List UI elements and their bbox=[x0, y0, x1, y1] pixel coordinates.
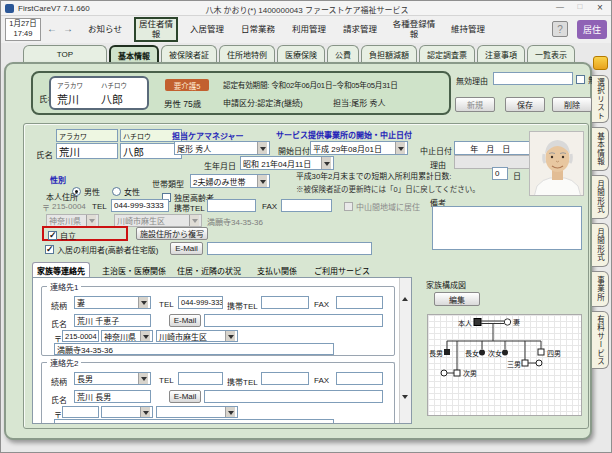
minimize-button[interactable]: — bbox=[551, 2, 569, 11]
right-tab-paid-services[interactable]: 有料サービス bbox=[592, 311, 609, 369]
nav-item-resident-info[interactable]: 居住者情報 bbox=[134, 17, 178, 43]
nav-item-seikyu[interactable]: 請求管理 bbox=[338, 25, 382, 35]
email-button[interactable]: E-Mail bbox=[170, 242, 203, 255]
mountain-area-label: 中山間地域に居住 bbox=[356, 201, 420, 212]
contact-name-field[interactable]: 荒川 長男 bbox=[74, 390, 151, 403]
email-button[interactable]: E-Mail bbox=[169, 314, 201, 327]
chevron-down-icon[interactable] bbox=[321, 157, 331, 169]
scroll-up-icon[interactable] bbox=[402, 280, 408, 298]
contacts-scrollbar[interactable] bbox=[399, 278, 411, 423]
resident-user-checkbox[interactable]: 入居の利用者(高齢者住宅版) bbox=[45, 244, 158, 255]
nav-item-riyou[interactable]: 利用管理 bbox=[287, 25, 331, 35]
invalid-reason-input[interactable] bbox=[493, 72, 573, 85]
chevron-down-icon[interactable] bbox=[257, 175, 267, 187]
tab-kihon-joho[interactable]: 基本情報 bbox=[109, 45, 159, 62]
subtab-payment[interactable]: 支払い関係 bbox=[257, 265, 297, 276]
first-name-field[interactable]: 八郎 bbox=[120, 143, 182, 159]
right-tab-office[interactable]: 事業所 bbox=[592, 271, 609, 307]
chevron-down-icon[interactable] bbox=[257, 142, 267, 154]
postal-mark: 〒 bbox=[42, 202, 50, 213]
forward-arrow-icon[interactable]: → bbox=[63, 23, 73, 34]
subtab-housing[interactable]: 住居・近隣の状況 bbox=[177, 265, 241, 276]
remarks-textarea[interactable] bbox=[432, 206, 582, 250]
mobile-label: 携帯TEL bbox=[227, 300, 258, 311]
contact-mobile-field[interactable] bbox=[261, 372, 309, 385]
contact-city-select[interactable] bbox=[156, 406, 238, 418]
shortstay-days-input[interactable]: 0 bbox=[492, 167, 508, 180]
relation-select[interactable]: 長男 bbox=[74, 372, 151, 385]
tab-hihokensha[interactable]: 被保険者証 bbox=[161, 45, 217, 62]
birth-date-select[interactable]: 昭和 21年04月11日 bbox=[240, 156, 334, 170]
chevron-down-icon[interactable] bbox=[225, 407, 235, 417]
care-manager-select[interactable]: 尾形 秀人 bbox=[174, 141, 270, 155]
subtab-services[interactable]: ご利用サービス bbox=[314, 265, 370, 276]
chevron-down-icon[interactable] bbox=[140, 407, 150, 417]
email-button[interactable]: E-Mail bbox=[169, 390, 201, 403]
tab-top[interactable]: TOP bbox=[23, 45, 107, 62]
copy-facility-address-button[interactable]: 施設住所から複写 bbox=[136, 227, 208, 240]
nav-item-nyukyo[interactable]: 入居管理 bbox=[185, 25, 229, 35]
fax-field[interactable] bbox=[281, 199, 332, 212]
tab-futangaku[interactable]: 負担額減額 bbox=[361, 45, 417, 62]
contact-tel-field[interactable] bbox=[178, 372, 223, 385]
nav-item-oshirase[interactable]: お知らせ bbox=[83, 25, 127, 35]
contact-fax-field[interactable] bbox=[336, 372, 383, 385]
contact-city-select[interactable]: 川崎市麻生区 bbox=[156, 330, 238, 342]
svg-text:次男: 次男 bbox=[463, 369, 477, 378]
right-tab-select-list[interactable]: 選択リスト bbox=[592, 75, 609, 123]
tab-iryohoken[interactable]: 医療保険 bbox=[277, 45, 325, 62]
tab-ichiran[interactable]: 一覧表示 bbox=[527, 45, 575, 62]
chevron-down-icon[interactable] bbox=[395, 142, 405, 154]
last-name-field[interactable]: 荒川 bbox=[56, 143, 118, 159]
contact-tel-field[interactable]: 044-999-3333 bbox=[178, 296, 223, 309]
kana-last-field[interactable]: アラカワ bbox=[56, 129, 118, 142]
scroll-down-icon[interactable] bbox=[402, 399, 408, 417]
contact-name-field[interactable]: 荒川 千恵子 bbox=[74, 314, 151, 327]
relation-select[interactable]: 妻 bbox=[74, 296, 151, 309]
nav-item-nichijo[interactable]: 日常業務 bbox=[236, 25, 280, 35]
back-arrow-icon[interactable]: ← bbox=[47, 23, 57, 34]
chevron-down-icon[interactable] bbox=[225, 331, 235, 341]
contact-pref-select[interactable]: 神奈川県 bbox=[101, 330, 153, 342]
tel-field[interactable]: 044-999-3333 bbox=[111, 199, 169, 212]
mode-badge[interactable]: 居住 bbox=[577, 20, 607, 39]
contact-fax-field[interactable] bbox=[336, 296, 383, 309]
gender-female-radio[interactable]: 女性 bbox=[112, 186, 140, 197]
right-tab-monthly-1[interactable]: 月間形式 bbox=[592, 175, 609, 219]
contact-street-field[interactable]: 満願寺34-35-36 bbox=[54, 343, 334, 355]
mobile-field[interactable] bbox=[207, 199, 256, 212]
household-select[interactable]: 2夫婦のみ世帯 bbox=[190, 174, 270, 188]
tab-chui-jiko[interactable]: 注意事項 bbox=[477, 45, 525, 62]
fc-shortcut-icon[interactable] bbox=[593, 56, 608, 70]
close-button[interactable]: × bbox=[591, 2, 609, 13]
subtab-family-contacts[interactable]: 家族等連絡先 bbox=[32, 262, 90, 277]
start-date-select[interactable]: 平成 29年08月01日 bbox=[310, 141, 408, 155]
right-tab-monthly-2[interactable]: 月間形式 bbox=[592, 223, 609, 267]
chevron-down-icon[interactable] bbox=[138, 297, 148, 308]
tab-jushochi[interactable]: 住所地特例 bbox=[219, 45, 275, 62]
contact-email-field[interactable] bbox=[204, 390, 383, 403]
tab-kohi[interactable]: 公費 bbox=[327, 45, 359, 62]
subtab-doctor[interactable]: 主治医・医療関係 bbox=[102, 265, 166, 276]
chevron-down-icon[interactable] bbox=[140, 331, 150, 341]
maximize-button[interactable]: □ bbox=[571, 2, 589, 11]
contact-email-field[interactable] bbox=[204, 314, 383, 327]
new-button[interactable]: 新規 bbox=[455, 97, 495, 112]
email-field[interactable] bbox=[207, 242, 372, 255]
contact-postal-field[interactable] bbox=[62, 406, 99, 418]
contact-pref-select[interactable] bbox=[101, 406, 153, 418]
nav-item-iji[interactable]: 維持管理 bbox=[446, 25, 490, 35]
gender-female-label: 女性 bbox=[124, 186, 140, 197]
contact-street-field[interactable] bbox=[54, 419, 334, 424]
chevron-down-icon[interactable] bbox=[138, 373, 148, 384]
help-button[interactable]: ? bbox=[552, 21, 568, 37]
contact-postal-field[interactable]: 215-0004 bbox=[62, 330, 99, 342]
contact-mobile-field[interactable] bbox=[261, 296, 309, 309]
family-edit-button[interactable]: 編集 bbox=[434, 292, 480, 306]
delete-button[interactable]: 削除 bbox=[552, 97, 592, 112]
tab-nintei-chosa[interactable]: 認定調査票 bbox=[419, 45, 475, 62]
right-tab-basic-info[interactable]: 基本情報 bbox=[592, 127, 609, 171]
independent-checkbox[interactable]: 自立 bbox=[48, 230, 76, 241]
save-button[interactable]: 保存 bbox=[505, 97, 545, 112]
nav-item-touroku[interactable]: 各種登録情報 bbox=[389, 20, 439, 40]
